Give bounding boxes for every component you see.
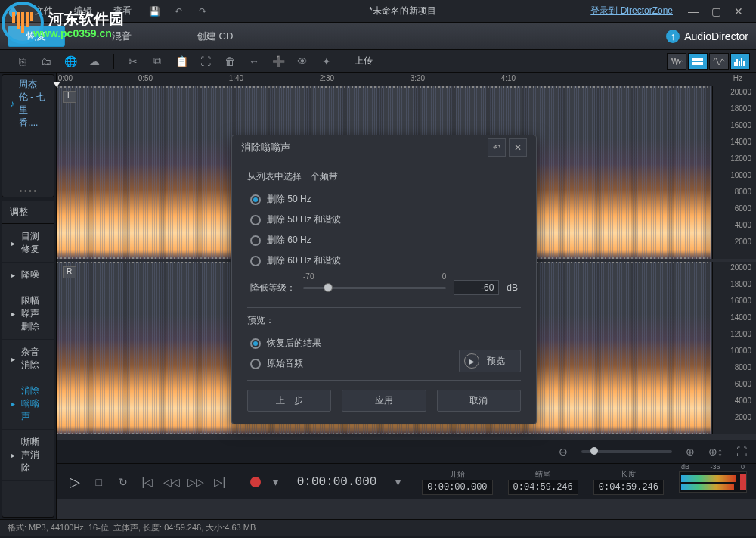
maximize-button[interactable]: ▢ [705, 4, 727, 19]
undo-icon[interactable]: ↶ [171, 4, 186, 19]
timeline-ruler[interactable]: 0:00 0:50 1:40 2:30 3:20 4:10 Hz [57, 73, 756, 86]
view-spectrogram-only-icon[interactable] [688, 53, 708, 70]
pane-resize-handle[interactable]: • • • • [2, 185, 54, 197]
media-file-item[interactable]: ♪ 周杰伦 - 七里香.... [2, 75, 54, 132]
effects-icon[interactable]: ✦ [318, 53, 335, 70]
play-button[interactable]: ▷ [66, 473, 84, 491]
copy-icon[interactable]: ⧉ [149, 53, 166, 70]
cancel-button[interactable]: 取消 [437, 390, 521, 412]
cloud-icon[interactable]: ☁ [86, 53, 103, 70]
paste-icon[interactable]: 📋 [173, 53, 190, 70]
menu-view[interactable]: 查看 [103, 5, 142, 17]
svg-rect-6 [743, 61, 745, 66]
radio-50hz-harmonics[interactable]: 删除 50 Hz 和谐波 [247, 210, 521, 230]
skip-end-button[interactable]: ▷| [211, 473, 229, 491]
adjust-clip-remove[interactable]: ▸限幅噪声删除 [2, 288, 54, 340]
main-tab-bar: 恢复 混音 创建 CD ↑ AudioDirector [0, 23, 756, 50]
view-combined-icon[interactable] [709, 53, 729, 70]
reduction-value-input[interactable]: -60 [454, 280, 499, 295]
svg-rect-0 [692, 58, 703, 61]
rewind-button[interactable]: ◁◁ [163, 473, 181, 491]
zoom-slider[interactable] [581, 450, 672, 453]
dialog-close-button[interactable]: ✕ [509, 138, 527, 157]
add-track-icon[interactable]: ➕ [270, 53, 287, 70]
view-spectrogram-icon[interactable] [730, 53, 750, 70]
zoom-fit-icon[interactable]: ⛶ [736, 446, 747, 458]
add-media-icon[interactable]: ⎘ [14, 53, 30, 70]
view-waveform-icon[interactable] [667, 53, 686, 70]
adjust-hiss-remove[interactable]: ▸嘶嘶声消除 [2, 430, 54, 481]
save-icon[interactable]: 💾 [147, 4, 162, 19]
menu-edit[interactable]: 编辑 [64, 5, 103, 17]
radio-60hz[interactable]: 删除 60 Hz [247, 230, 521, 250]
zoom-in-icon[interactable]: ⊕ [686, 446, 695, 458]
directorzone-link[interactable]: 登录到 DirectorZone [590, 5, 673, 17]
visibility-icon[interactable]: 👁 [294, 53, 311, 70]
tab-restore[interactable]: 恢复 [8, 26, 65, 47]
record-button[interactable] [250, 477, 261, 487]
preview-after-radio[interactable]: 恢复后的结果 [247, 333, 444, 353]
zoom-vertical-icon[interactable]: ⊕↕ [708, 446, 723, 458]
ruler-tick: 3:20 [411, 74, 425, 82]
radio-60hz-harmonics[interactable]: 删除 60 Hz 和谐波 [247, 250, 521, 271]
preview-button[interactable]: ▶ 预览 [459, 350, 521, 372]
view-mode-group [667, 53, 750, 70]
adjust-panel: 调整 ▸目测修复 ▸降噪 ▸限幅噪声删除 ▸杂音消除 ▸消除嗡嗡声 ▸嘶嘶声消除 [2, 201, 54, 518]
svg-rect-1 [692, 62, 703, 65]
zoom-out-icon[interactable]: ⊖ [559, 446, 568, 458]
start-value[interactable]: 0:00:00.000 [422, 480, 492, 495]
crop-icon[interactable]: ⛶ [197, 53, 214, 70]
redo-icon[interactable]: ↷ [195, 4, 210, 19]
media-file-label: 周杰伦 - 七里香.... [19, 78, 46, 129]
adjust-noise-reduction[interactable]: ▸降噪 [2, 263, 54, 288]
minimize-button[interactable]: — [682, 4, 705, 19]
close-button[interactable]: ✕ [727, 4, 750, 19]
adjust-item-label: 消除嗡嗡声 [21, 384, 45, 423]
adjust-panel-title: 调整 [2, 201, 54, 224]
radio-icon [250, 235, 261, 246]
dialog-title-label: 消除嗡嗡声 [241, 141, 290, 154]
adjust-hum-remove[interactable]: ▸消除嗡嗡声 [2, 378, 54, 430]
adjust-declick[interactable]: ▸杂音消除 [2, 340, 54, 378]
cut-icon[interactable]: ✂ [125, 53, 141, 70]
svg-rect-3 [736, 59, 738, 66]
stop-button[interactable]: □ [90, 473, 108, 491]
apply-button[interactable]: 应用 [342, 390, 426, 412]
left-sidebar: ♪ 周杰伦 - 七里香.... • • • • 调整 ▸目测修复 ▸降噪 ▸限幅… [0, 73, 57, 519]
end-value[interactable]: 0:04:59.246 [508, 480, 578, 495]
transport-bar: ▷ □ ↻ |◁ ◁◁ ▷▷ ▷| ▾ 0:00:00.000 ▾ 开始 0:0… [57, 463, 756, 499]
length-value: 0:04:59.246 [593, 480, 664, 495]
adjust-item-label: 降噪 [21, 269, 39, 281]
tab-mix[interactable]: 混音 [94, 26, 150, 46]
library-icon[interactable]: 🗂 [38, 53, 54, 70]
forward-button[interactable]: ▷▷ [187, 473, 205, 491]
tab-create-cd[interactable]: 创建 CD [178, 26, 251, 46]
back-button[interactable]: 上一步 [247, 390, 331, 412]
media-library-pane: ♪ 周杰伦 - 七里香.... • • • • [2, 74, 54, 197]
delete-icon[interactable]: 🗑 [222, 53, 238, 70]
loop-button[interactable]: ↻ [114, 473, 132, 491]
fullwidth-icon[interactable]: ↔ [246, 53, 262, 70]
skip-start-button[interactable]: |◁ [138, 473, 156, 491]
download-icon[interactable]: 🌐 [62, 53, 79, 70]
reduction-slider[interactable]: -70 0 [303, 278, 446, 297]
upload-button[interactable]: 上传 [342, 53, 385, 70]
record-dropdown-icon[interactable]: ▾ [267, 473, 285, 491]
menu-file[interactable]: 文件 [24, 5, 64, 17]
playhead[interactable] [57, 86, 57, 440]
adjust-visual-repair[interactable]: ▸目测修复 [2, 224, 54, 263]
reduction-level-label: 降低等级： [250, 281, 296, 294]
timecode-dropdown-icon[interactable]: ▾ [389, 473, 407, 491]
dialog-undo-button[interactable]: ↶ [488, 138, 506, 157]
radio-icon [250, 359, 261, 369]
music-note-icon: ♪ [10, 98, 14, 109]
preview-original-radio[interactable]: 原始音频 [247, 353, 444, 374]
dialog-title-bar[interactable]: 消除嗡嗡声 ↶ ✕ [232, 135, 536, 160]
adjust-item-label: 目测修复 [21, 230, 45, 256]
app-icon [6, 5, 20, 18]
unit-label: dB [507, 282, 518, 293]
radio-icon [250, 215, 261, 225]
ruler-tick: 2:30 [320, 74, 334, 82]
radio-50hz[interactable]: 删除 50 Hz [247, 189, 521, 210]
status-bar: 格式: MP3, 44100Hz, 16-位, 立体声, 长度: 04:59.2… [0, 519, 756, 536]
